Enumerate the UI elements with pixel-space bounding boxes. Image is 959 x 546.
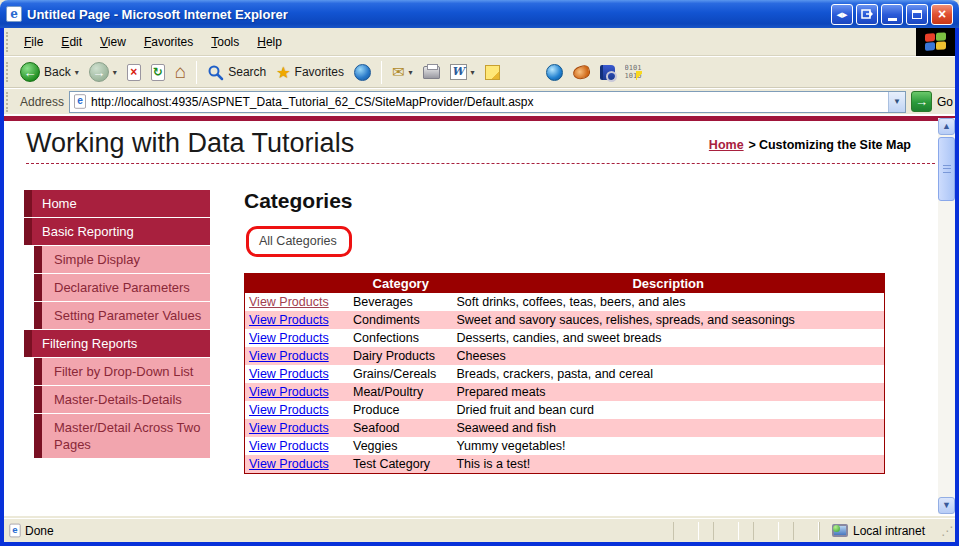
view-products-link[interactable]: View Products: [249, 421, 329, 435]
menu-bar: File Edit View Favorites Tools Help: [0, 28, 959, 56]
sidebar-item-simple-display[interactable]: Simple Display: [34, 246, 210, 273]
mail-button[interactable]: ✉ ▾: [387, 61, 418, 83]
printer-icon: [423, 66, 440, 79]
status-panel: [793, 522, 819, 540]
local-intranet-icon: [832, 524, 848, 537]
scroll-up-button[interactable]: ▲: [938, 118, 955, 135]
html-snippet-button[interactable]: 01011010: [620, 62, 647, 82]
address-field[interactable]: e ▼: [69, 91, 906, 113]
addressbar-grip[interactable]: [6, 92, 9, 112]
back-dropdown-icon[interactable]: ▾: [75, 68, 79, 77]
sidebar-item-filter-by-dropdown-list[interactable]: Filter by Drop-Down List: [34, 358, 210, 385]
home-button[interactable]: ⌂: [170, 61, 191, 83]
menu-edit[interactable]: Edit: [52, 31, 91, 53]
menu-file[interactable]: File: [15, 31, 52, 53]
categories-table: Category Description View Products Bever…: [244, 273, 885, 474]
research-book-icon: [600, 65, 615, 80]
back-icon: ←: [20, 62, 40, 82]
home-icon: ⌂: [175, 63, 186, 81]
description-cell: Prepared meats: [452, 383, 884, 401]
minimize-button[interactable]: [881, 4, 903, 25]
view-products-link[interactable]: View Products: [249, 385, 329, 399]
undock-button[interactable]: [856, 4, 878, 25]
mail-dropdown-icon[interactable]: ▾: [409, 68, 413, 77]
notes-button[interactable]: [480, 63, 505, 82]
description-cell: Soft drinks, coffees, teas, beers, and a…: [452, 293, 884, 311]
resize-grip[interactable]: ⋰: [941, 524, 951, 538]
sidebar-item-master-details-details[interactable]: Master-Details-Details: [34, 386, 210, 413]
forward-dropdown-icon[interactable]: ▾: [113, 68, 117, 77]
back-label: Back: [44, 65, 71, 79]
category-cell: Dairy Products: [349, 347, 452, 365]
view-products-link[interactable]: View Products: [249, 349, 329, 363]
title-bar[interactable]: e Untitled Page - Microsoft Internet Exp…: [0, 0, 959, 28]
sidebar-item-filtering-reports[interactable]: Filtering Reports: [24, 330, 210, 357]
view-products-link[interactable]: View Products: [249, 331, 329, 345]
refresh-button[interactable]: ↻: [146, 62, 170, 83]
code-lightning-icon: 01011010: [625, 64, 642, 80]
messenger-button[interactable]: [541, 62, 568, 83]
edit-dropdown-icon[interactable]: ▾: [471, 68, 475, 77]
forward-button[interactable]: → ▾: [84, 60, 122, 84]
view-products-link[interactable]: View Products: [249, 313, 329, 327]
edit-with-word-button[interactable]: W ▾: [445, 62, 480, 82]
view-products-link[interactable]: View Products: [249, 439, 329, 453]
status-page-icon: e: [9, 524, 20, 538]
category-cell: Condiments: [349, 311, 452, 329]
scrollbar-thumb[interactable]: [938, 137, 955, 201]
stop-icon: ×: [127, 64, 141, 81]
address-dropdown-button[interactable]: ▼: [888, 92, 905, 112]
menu-tools[interactable]: Tools: [202, 31, 248, 53]
print-button[interactable]: [418, 64, 445, 81]
toolbar-separator: [381, 61, 382, 84]
favorites-button[interactable]: ★ Favorites: [271, 61, 349, 84]
all-categories-link[interactable]: All Categories: [246, 226, 352, 257]
search-label: Search: [228, 65, 266, 79]
maximize-button[interactable]: [906, 4, 928, 25]
category-cell: Test Category: [349, 455, 452, 474]
close-button[interactable]: ×: [931, 4, 953, 25]
page-content: Working with Data Tutorials Home>Customi…: [4, 114, 955, 516]
research-button[interactable]: [595, 63, 620, 82]
menubar-grip[interactable]: [6, 32, 9, 52]
sidebar-item-basic-reporting[interactable]: Basic Reporting: [24, 218, 210, 245]
category-cell: Grains/Cereals: [349, 365, 452, 383]
view-products-link[interactable]: View Products: [249, 367, 329, 381]
breadcrumb-home-link[interactable]: Home: [709, 138, 744, 152]
description-cell: This is a test!: [452, 455, 884, 474]
sidebar-item-home[interactable]: Home: [24, 190, 210, 217]
status-panel: [713, 522, 739, 540]
pan-left-right-button[interactable]: ◂▸: [831, 4, 853, 25]
header-empty: [245, 274, 349, 294]
toolbar-separator: [196, 61, 197, 84]
addon-fox-button[interactable]: [568, 64, 595, 81]
menu-view[interactable]: View: [91, 31, 135, 53]
address-input[interactable]: [87, 95, 888, 109]
standard-toolbar: ← Back ▾ → ▾ × ↻ ⌂ Search ★ Favorites: [0, 56, 959, 88]
menu-help[interactable]: Help: [248, 31, 291, 53]
sidebar-item-declarative-parameters[interactable]: Declarative Parameters: [34, 274, 210, 301]
go-button[interactable]: →: [911, 91, 932, 112]
table-row: View Products Confections Desserts, cand…: [245, 329, 885, 347]
breadcrumb: Home>Customizing the Site Map: [709, 138, 911, 152]
scrollbar-grip-icon: [943, 165, 951, 173]
table-row: View Products Beverages Soft drinks, cof…: [245, 293, 885, 311]
view-products-link[interactable]: View Products: [249, 403, 329, 417]
header-category: Category: [349, 274, 452, 294]
scroll-down-button[interactable]: ▼: [938, 497, 955, 514]
sidebar-item-master-detail-two-pages[interactable]: Master/Detail Across Two Pages: [34, 414, 210, 458]
history-button[interactable]: [349, 62, 376, 83]
back-button[interactable]: ← Back ▾: [15, 60, 84, 84]
search-button[interactable]: Search: [202, 62, 271, 83]
vertical-scrollbar[interactable]: ▲ ▼: [938, 118, 955, 514]
category-cell: Veggies: [349, 437, 452, 455]
toolbar-grip[interactable]: [6, 62, 9, 82]
view-products-link[interactable]: View Products: [249, 295, 329, 309]
stop-button[interactable]: ×: [122, 62, 146, 83]
table-row: View Products Produce Dried fruit and be…: [245, 401, 885, 419]
windows-flag-icon: [925, 32, 947, 52]
menu-favorites[interactable]: Favorites: [135, 31, 202, 53]
sidebar-item-setting-parameter-values[interactable]: Setting Parameter Values: [34, 302, 210, 329]
word-icon: W: [450, 64, 467, 80]
view-products-link[interactable]: View Products: [249, 457, 329, 471]
